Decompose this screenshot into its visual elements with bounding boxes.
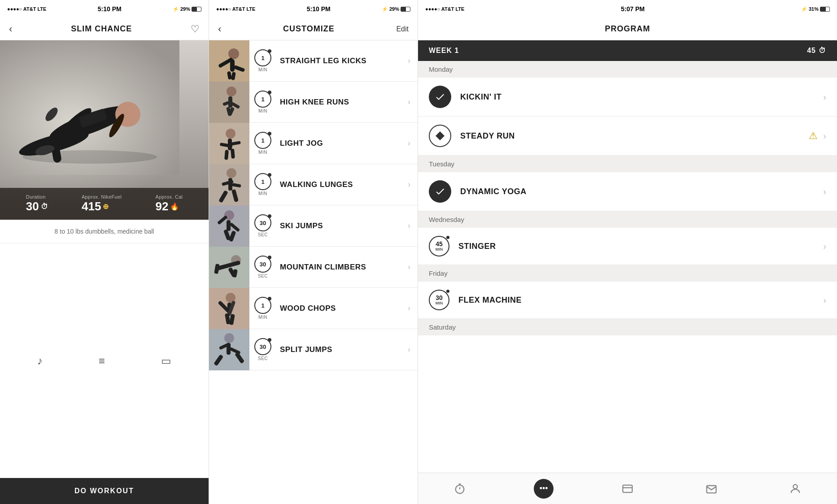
exercise-item-2[interactable]: 1 MIN HIGH KNEE RUNS › bbox=[209, 82, 418, 123]
duration-stat: Duration 30 ⏱ bbox=[26, 194, 48, 213]
exercise-chevron-2[interactable]: › bbox=[401, 97, 418, 107]
exercise-chevron-3[interactable]: › bbox=[401, 139, 418, 148]
tab-inbox[interactable] bbox=[669, 478, 753, 500]
exercise-item-1[interactable]: 1 MIN STRAIGHT LEG KICKS › bbox=[209, 40, 418, 82]
music-button[interactable]: ♪ bbox=[37, 355, 43, 367]
timer-circle-7: 1 bbox=[254, 297, 271, 314]
nav-bar-3: PROGRAM bbox=[418, 18, 837, 40]
edit-button[interactable]: Edit bbox=[396, 25, 409, 33]
nav-bar-1: ‹ SLIM CHANCE ♡ bbox=[0, 18, 209, 40]
steady-name: STEADY RUN bbox=[460, 131, 809, 141]
week-label: WEEK 1 bbox=[429, 47, 459, 55]
flex-name: FLEX MACHINE bbox=[458, 295, 823, 305]
airplay-button[interactable]: ▭ bbox=[161, 355, 171, 367]
yoga-chevron[interactable]: › bbox=[823, 187, 826, 197]
fuel-value: 415 ⊕ bbox=[82, 200, 109, 213]
stinger-chevron[interactable]: › bbox=[823, 241, 826, 252]
svg-point-19 bbox=[227, 87, 236, 96]
cal-stat: Approx. Cal 92 🔥 bbox=[156, 194, 183, 213]
exercise-thumb-2 bbox=[209, 82, 249, 123]
cal-icon: 🔥 bbox=[170, 202, 179, 211]
timer-unit-2: MIN bbox=[258, 109, 267, 113]
flex-chevron[interactable]: › bbox=[823, 295, 826, 305]
program-item-kickin[interactable]: KICKIN' IT › bbox=[418, 78, 837, 117]
page-title-3: PROGRAM bbox=[605, 24, 650, 34]
week-time: 45 ⏱ bbox=[807, 47, 826, 55]
timer-circle-1: 1 bbox=[254, 49, 271, 66]
tab-timer[interactable] bbox=[418, 478, 502, 500]
exercise-thumb-7 bbox=[209, 288, 249, 329]
kickin-chevron[interactable]: › bbox=[823, 92, 826, 102]
back-button-2[interactable]: ‹ bbox=[218, 23, 221, 35]
exercise-thumb-4 bbox=[209, 164, 249, 205]
status-bar-2: ●●●●○ AT&T LTE 5:10 PM ⚡ 29% bbox=[209, 0, 418, 18]
equipment-text: 8 to 10 lbs dumbbells, medicine ball bbox=[0, 220, 209, 243]
favorite-button[interactable]: ♡ bbox=[191, 23, 200, 35]
program-item-stinger[interactable]: 45 MIN STINGER › bbox=[418, 228, 837, 265]
workout-stats: Duration 30 ⏱ Approx. NikeFuel 415 ⊕ App… bbox=[0, 188, 209, 220]
duration-icon: ⏱ bbox=[41, 203, 48, 211]
exercise-timer-6: 30 SEC bbox=[249, 256, 276, 278]
timer-unit-4: MIN bbox=[258, 191, 267, 196]
exercise-name-1: STRAIGHT LEG KICKS bbox=[276, 56, 401, 65]
exercise-chevron-7[interactable]: › bbox=[401, 304, 418, 313]
bottom-toolbar: ♪ ≡ ▭ bbox=[0, 243, 209, 478]
exercise-thumb-3 bbox=[209, 123, 249, 164]
do-workout-button[interactable]: DO WORKOUT bbox=[0, 478, 209, 504]
exercise-name-7: WOOD CHOPS bbox=[276, 304, 401, 313]
exercise-item-8[interactable]: 30 SEC SPLIT JUMPS › bbox=[209, 329, 418, 370]
exercise-chevron-8[interactable]: › bbox=[401, 345, 418, 354]
exercise-name-8: SPLIT JUMPS bbox=[276, 345, 401, 354]
back-button-1[interactable]: ‹ bbox=[9, 23, 12, 35]
exercise-item-7[interactable]: 1 MIN WOOD CHOPS › bbox=[209, 288, 418, 329]
exercise-timer-7: 1 MIN bbox=[249, 297, 276, 320]
program-item-steady[interactable]: STEADY RUN ⚠ › bbox=[418, 117, 837, 156]
exercise-list: 1 MIN STRAIGHT LEG KICKS › 1 M bbox=[209, 40, 418, 504]
flex-timer-icon: 30 MIN bbox=[429, 290, 449, 310]
tab-profile[interactable] bbox=[753, 478, 837, 500]
timer-unit-6: SEC bbox=[258, 274, 268, 278]
workout-image: Duration 30 ⏱ Approx. NikeFuel 415 ⊕ App… bbox=[0, 40, 209, 220]
kickin-name: KICKIN' IT bbox=[460, 92, 823, 102]
svg-point-12 bbox=[228, 48, 239, 59]
timer-circle-3: 1 bbox=[254, 132, 271, 149]
battery-2: ⚡ 29% bbox=[382, 6, 410, 12]
battery-1: ⚡ 29% bbox=[173, 6, 201, 12]
exercise-item-4[interactable]: 1 MIN WALKING LUNGES › bbox=[209, 164, 418, 205]
program-item-flex[interactable]: 30 MIN FLEX MACHINE › bbox=[418, 282, 837, 319]
page-title-2: CUSTOMIZE bbox=[283, 24, 335, 34]
tab-menu[interactable]: ••• bbox=[502, 478, 586, 500]
carrier-3: ●●●●○ AT&T LTE bbox=[425, 6, 464, 12]
duration-label: Duration bbox=[26, 194, 46, 200]
timer-unit-1: MIN bbox=[258, 67, 267, 72]
exercise-chevron-6[interactable]: › bbox=[401, 262, 418, 272]
exercise-item-3[interactable]: 1 MIN LIGHT JOG › bbox=[209, 123, 418, 164]
list-button[interactable]: ≡ bbox=[99, 355, 105, 367]
steady-chevron[interactable]: › bbox=[823, 131, 826, 141]
tab-card[interactable] bbox=[586, 478, 670, 500]
timer-circle-6: 30 bbox=[254, 256, 271, 273]
cal-value: 92 🔥 bbox=[156, 200, 179, 213]
exercise-name-4: WALKING LUNGES bbox=[276, 180, 401, 189]
exercise-chevron-4[interactable]: › bbox=[401, 180, 418, 189]
exercise-item-6[interactable]: 30 SEC MOUNTAIN CLIMBERS › bbox=[209, 247, 418, 288]
exercise-thumb-1 bbox=[209, 40, 249, 82]
clock-icon: ⏱ bbox=[819, 47, 826, 55]
exercise-item-5[interactable]: 30 SEC SKI JUMPS › bbox=[209, 205, 418, 247]
program-panel: ●●●●○ AT&T LTE 5:07 PM ⚡ 31% PROGRAM WEE… bbox=[418, 0, 837, 504]
exercise-name-3: LIGHT JOG bbox=[276, 139, 401, 148]
program-item-yoga[interactable]: DYNAMIC YOGA › bbox=[418, 172, 837, 211]
carrier-2: ●●●●○ AT&T LTE bbox=[216, 6, 255, 12]
duration-value: 30 ⏱ bbox=[26, 200, 48, 213]
exercise-timer-1: 1 MIN bbox=[249, 49, 276, 72]
time-1: 5:10 PM bbox=[98, 5, 122, 13]
stinger-timer-icon: 45 MIN bbox=[429, 236, 449, 256]
yoga-name: DYNAMIC YOGA bbox=[460, 187, 823, 196]
timer-circle-2: 1 bbox=[254, 91, 271, 108]
exercise-thumb-8 bbox=[209, 329, 249, 370]
customize-panel: ●●●●○ AT&T LTE 5:10 PM ⚡ 29% ‹ CUSTOMIZE… bbox=[209, 0, 418, 504]
timer-circle-5: 30 bbox=[254, 214, 271, 231]
exercise-chevron-5[interactable]: › bbox=[401, 221, 418, 230]
exercise-name-6: MOUNTAIN CLIMBERS bbox=[276, 263, 401, 272]
exercise-chevron-1[interactable]: › bbox=[401, 56, 418, 65]
